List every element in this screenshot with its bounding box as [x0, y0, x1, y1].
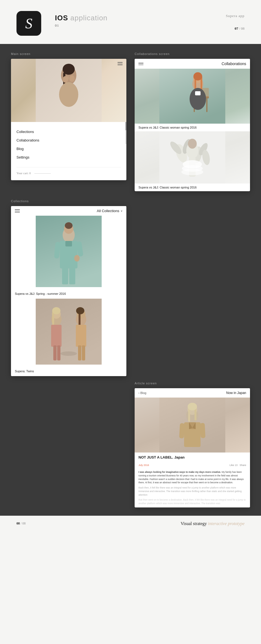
svg-rect-11: [68, 76, 69, 80]
header-subtitle: 01: [55, 23, 226, 28]
svg-rect-56: [53, 345, 57, 360]
article-screen-label: Article screen: [135, 382, 250, 385]
collection-caption-bar-2: Supera: Twins: [11, 366, 126, 376]
collection-caption-1: Supera vs J&J: Spring - summer 2016: [15, 292, 66, 295]
header-pages: 07 / 08: [226, 26, 245, 31]
svg-rect-44: [65, 241, 72, 246]
svg-rect-63: [78, 345, 81, 360]
hamburger-line-1: [118, 62, 123, 63]
all-collections-text: All Collections: [97, 209, 119, 213]
collection-photo-2-svg: [11, 299, 126, 365]
app-logo: S: [16, 11, 41, 36]
svg-rect-77: [200, 423, 206, 438]
svg-point-42: [65, 222, 73, 229]
svg-rect-76: [179, 423, 185, 438]
coll-ham-2: [15, 211, 20, 211]
all-collections-label[interactable]: All Collections ∨: [97, 209, 123, 213]
header-right: Supera app 07 / 08: [226, 11, 245, 31]
svg-point-22: [193, 72, 202, 80]
footer-page-current: 08: [16, 521, 20, 525]
like-label[interactable]: Like 13: [229, 464, 237, 467]
collab-photo-1: [135, 69, 250, 124]
article-text-bold: I was always looking for imaginative way…: [138, 471, 221, 473]
svg-rect-57: [57, 345, 60, 360]
cart-line: [34, 173, 51, 174]
collab-screen-label: Collaborations screen: [135, 52, 250, 55]
svg-rect-64: [82, 345, 85, 360]
collab-photo-2-svg: [135, 131, 250, 184]
all-collections-bar: All Collections ∨: [11, 206, 126, 216]
svg-point-54: [52, 307, 60, 314]
menu-overlay: Collections Collaborations Blog Settings…: [11, 122, 126, 180]
svg-rect-62: [76, 325, 86, 347]
footer-interactive: interactive prototype: [208, 521, 245, 526]
collab-photo-1-svg: [135, 69, 250, 124]
collections-label: Collections: [11, 199, 126, 203]
svg-rect-10: [66, 76, 67, 80]
menu-item-collections[interactable]: Collections: [16, 127, 121, 136]
collab-hamburger[interactable]: [138, 62, 143, 65]
article-photo-svg: [135, 398, 250, 453]
total-page-num: 08: [241, 26, 245, 30]
menu-item-blog[interactable]: Blog: [16, 145, 121, 153]
footer-page-total: 08: [22, 521, 26, 525]
footer: 08 / 08 Visual strategy interactive prot…: [0, 516, 261, 532]
current-page-num: 07: [235, 26, 238, 30]
svg-rect-46: [69, 268, 75, 284]
collection-photo-1-svg: [11, 216, 126, 287]
footer-right: Visual strategy interactive prototype: [181, 521, 245, 526]
screens-row-top: Main screen: [11, 52, 250, 191]
coll-ham-1: [15, 209, 20, 210]
back-link[interactable]: ‹ Blog: [138, 391, 146, 395]
collab-ham-3: [138, 65, 143, 65]
svg-point-65: [60, 351, 77, 356]
dark-section: Main screen: [0, 44, 261, 516]
main-screen-col: Main screen: [11, 52, 126, 191]
coll-ham-3: [15, 212, 20, 212]
collections-hamburger[interactable]: [15, 209, 20, 212]
collab-caption-1: Supera vs J&J: Classic woman spring 2016: [135, 124, 250, 131]
collab-screen-mockup: Collaborations: [135, 59, 250, 191]
article-header: ‹ Blog Now in Japan: [135, 388, 250, 398]
share-label[interactable]: Share: [240, 464, 246, 467]
svg-point-61: [76, 307, 84, 314]
collab-caption-2: Supera vs J&J: Classic woman spring 2016: [135, 184, 250, 191]
header-center: IOS application 01: [41, 11, 226, 28]
header-brand: Supera app: [226, 14, 245, 18]
scroll-indicator: [125, 122, 126, 144]
collection-caption-bar-1: Supera vs J&J: Spring - summer 2016: [11, 288, 126, 299]
hamburger-icon[interactable]: [118, 62, 123, 65]
svg-point-49: [74, 255, 80, 262]
svg-point-8: [69, 75, 75, 82]
header-app-label: application: [68, 14, 108, 22]
main-screen-label: Main screen: [11, 52, 126, 55]
collab-photo-2: [135, 131, 250, 184]
collab-header: Collaborations: [135, 59, 250, 69]
collab-screen-col: Collaborations screen Collaborations: [135, 52, 250, 191]
collections-section: Collections All Collections ∨: [11, 199, 126, 376]
main-screen-photo: [11, 59, 126, 122]
svg-point-71: [188, 403, 197, 410]
header-ios: IOS: [55, 14, 68, 22]
collection-photo-2: [11, 299, 126, 366]
menu-item-settings[interactable]: Settings: [16, 153, 121, 162]
article-date: July 2016: [138, 464, 149, 467]
cart-text: Your cart: 0: [16, 167, 121, 175]
cart-label: Your cart: 0: [16, 171, 31, 175]
svg-rect-55: [51, 325, 62, 347]
article-screen-mockup: ‹ Blog Now in Japan: [135, 388, 250, 507]
svg-rect-16: [206, 98, 207, 112]
svg-rect-45: [62, 268, 68, 284]
article-nav-title: Now in Japan: [226, 391, 246, 395]
article-text-2: Back then, it felt like there was an int…: [138, 486, 246, 496]
article-title-bar: NOT JUST A LABEL. Japan: [135, 453, 250, 462]
chevron-down-icon: ∨: [121, 209, 123, 212]
svg-point-33: [188, 139, 197, 149]
collab-title: Collaborations: [222, 62, 246, 66]
menu-item-collaborations[interactable]: Collaborations: [16, 136, 121, 145]
scroll-thumb: [125, 122, 126, 130]
article-screen-col: ‹ Blog Now in Japan: [135, 388, 250, 507]
article-area: Article screen ‹ Blog Now in Japan: [11, 382, 250, 507]
collections-mockup: All Collections ∨: [11, 206, 126, 376]
collab-ham-1: [138, 62, 143, 63]
